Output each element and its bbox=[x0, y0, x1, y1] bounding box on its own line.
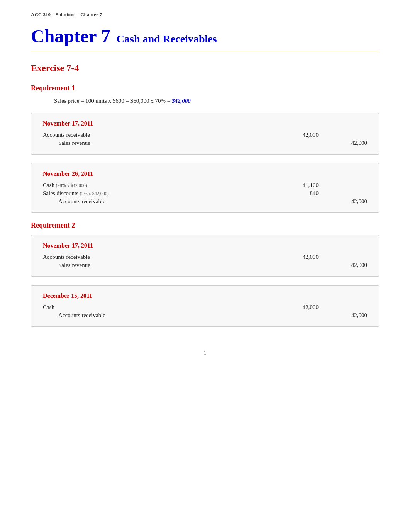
account-name-indented: Sales revenue bbox=[43, 261, 270, 269]
req2-date-dec15: December 15, 2011 bbox=[43, 292, 367, 299]
credit-value bbox=[319, 131, 367, 139]
debit-value: 42,000 bbox=[270, 131, 319, 139]
credit-value: 42,000 bbox=[319, 311, 367, 320]
req1-table-nov26: Cash (98% x $42,000) 41,160 Sales discou… bbox=[43, 181, 367, 206]
debit-value: 42,000 bbox=[270, 253, 319, 261]
debit-value bbox=[270, 197, 319, 206]
debit-value: 840 bbox=[270, 189, 319, 197]
debit-value bbox=[270, 311, 319, 320]
sales-price-line: Sales price = 100 units x $600 = $60,000… bbox=[54, 98, 379, 104]
table-row: Cash 42,000 bbox=[43, 303, 367, 311]
table-row: Cash (98% x $42,000) 41,160 bbox=[43, 181, 367, 189]
req2-journal-nov17: November 17, 2011 Accounts receivable 42… bbox=[31, 235, 379, 277]
table-row: Sales revenue 42,000 bbox=[43, 261, 367, 269]
account-name: Cash (98% x $42,000) bbox=[43, 181, 270, 189]
credit-value: 42,000 bbox=[319, 139, 367, 147]
account-name: Accounts receivable bbox=[43, 253, 270, 261]
page-number: 1 bbox=[31, 350, 379, 356]
exercise-title: Exercise 7-4 bbox=[31, 63, 379, 73]
req1-journal-nov17: November 17, 2011 Accounts receivable 42… bbox=[31, 113, 379, 155]
table-row: Accounts receivable 42,000 bbox=[43, 197, 367, 206]
requirement2-title: Requirement 2 bbox=[31, 221, 379, 229]
req1-date-nov17: November 17, 2011 bbox=[43, 120, 367, 127]
sales-price-prefix: Sales price = 100 units x $600 = $60,000… bbox=[54, 98, 172, 104]
table-row: Sales revenue 42,000 bbox=[43, 139, 367, 147]
table-row: Accounts receivable 42,000 bbox=[43, 131, 367, 139]
debit-value bbox=[270, 261, 319, 269]
account-name-indented: Accounts receivable bbox=[43, 311, 270, 320]
debit-value bbox=[270, 139, 319, 147]
account-name-indented: Sales revenue bbox=[43, 139, 270, 147]
chapter-subtitle: Cash and Receivables bbox=[117, 33, 217, 45]
req1-table-nov17: Accounts receivable 42,000 Sales revenue… bbox=[43, 131, 367, 147]
req2-date-nov17: November 17, 2011 bbox=[43, 242, 367, 249]
table-row: Accounts receivable 42,000 bbox=[43, 253, 367, 261]
header-label: ACC 310 – Solutions – Chapter 7 bbox=[31, 12, 379, 18]
debit-value: 41,160 bbox=[270, 181, 319, 189]
account-name-indented: Accounts receivable bbox=[43, 197, 270, 206]
sales-price-value: $42,000 bbox=[172, 98, 191, 104]
credit-value bbox=[319, 303, 367, 311]
credit-value bbox=[319, 181, 367, 189]
account-label: Sales discounts bbox=[43, 190, 78, 196]
credit-value: 42,000 bbox=[319, 261, 367, 269]
req2-table-nov17: Accounts receivable 42,000 Sales revenue… bbox=[43, 253, 367, 269]
credit-value: 42,000 bbox=[319, 197, 367, 206]
account-note: (2% x $42,000) bbox=[80, 191, 109, 196]
account-label: Cash bbox=[43, 182, 54, 188]
debit-value: 42,000 bbox=[270, 303, 319, 311]
table-row: Accounts receivable 42,000 bbox=[43, 311, 367, 320]
table-row: Sales discounts (2% x $42,000) 840 bbox=[43, 189, 367, 197]
account-name: Sales discounts (2% x $42,000) bbox=[43, 189, 270, 197]
req2-table-dec15: Cash 42,000 Accounts receivable 42,000 bbox=[43, 303, 367, 320]
requirement1-title: Requirement 1 bbox=[31, 84, 379, 92]
credit-value bbox=[319, 189, 367, 197]
chapter-word: Chapter 7 bbox=[31, 25, 110, 47]
req1-journal-nov26: November 26, 2011 Cash (98% x $42,000) 4… bbox=[31, 163, 379, 213]
chapter-title-row: Chapter 7 Cash and Receivables bbox=[31, 25, 379, 51]
credit-value bbox=[319, 253, 367, 261]
req1-date-nov26: November 26, 2011 bbox=[43, 170, 367, 177]
req2-journal-dec15: December 15, 2011 Cash 42,000 Accounts r… bbox=[31, 285, 379, 327]
account-name: Cash bbox=[43, 303, 270, 311]
account-note: (98% x $42,000) bbox=[56, 183, 87, 188]
account-name: Accounts receivable bbox=[43, 131, 270, 139]
